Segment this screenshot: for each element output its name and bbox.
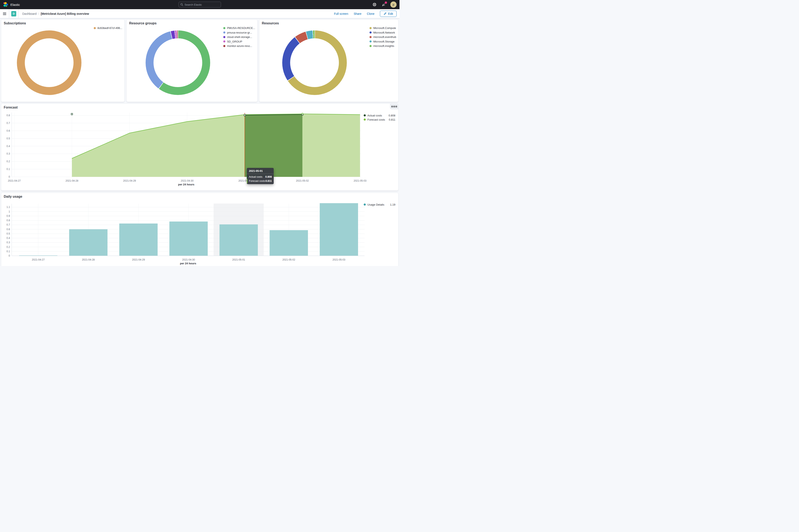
edit-button-label: Edit: [388, 12, 393, 15]
share-button[interactable]: Share: [354, 12, 361, 15]
legend-label: microsoft.insights: [373, 44, 394, 48]
legend-value: 0.811: [386, 118, 395, 121]
legend-item[interactable]: Forecast costs0.811: [364, 117, 395, 122]
brand-name: Elastic: [11, 3, 20, 6]
svg-text:2021-04-30: 2021-04-30: [182, 258, 195, 261]
legend-label: pmusa-resource-gr...: [227, 31, 252, 34]
daily-usage-bar-chart[interactable]: 00.10.20.30.40.50.60.70.80.911.12021-04-…: [1, 193, 398, 266]
legend-label: Microsoft.Storage: [373, 40, 395, 43]
notification-dot: [385, 1, 387, 4]
avatar-initial: p: [393, 3, 394, 6]
user-avatar[interactable]: p: [390, 1, 397, 8]
svg-text:0.4: 0.4: [6, 236, 10, 240]
clone-button[interactable]: Clone: [367, 12, 375, 15]
breadcrumb-dashboard[interactable]: Dashboard: [22, 12, 37, 15]
legend-label: Actual costs: [367, 114, 382, 117]
legend-item[interactable]: PMUSA-RESOURCE...: [223, 26, 255, 31]
legend-item[interactable]: SD_GROUP: [223, 39, 255, 44]
forecast-area-chart[interactable]: 00.10.20.30.40.50.60.70.82021-04-272021-…: [1, 104, 398, 191]
subscriptions-donut-chart[interactable]: [17, 31, 81, 95]
tooltip-series-label: Actual costs: [249, 175, 265, 178]
legend-item[interactable]: monitor-azure-reso...: [223, 44, 255, 48]
legend-dot-icon: [223, 40, 225, 42]
panel-title: Forecast: [4, 106, 18, 109]
legend-dot-icon: [223, 27, 225, 29]
dashboard-app-badge[interactable]: D: [11, 11, 16, 17]
svg-text:0.5: 0.5: [6, 137, 10, 140]
legend-label: Microsoft.Network: [373, 31, 395, 34]
help-button[interactable]: [372, 2, 377, 7]
legend-item[interactable]: microsoft.insights: [369, 44, 396, 48]
subscriptions-panel: Subscriptions 8c63bedf-67cf-496...: [1, 20, 125, 102]
resource-groups-legend: PMUSA-RESOURCE...pmusa-resource-gr...clo…: [223, 26, 255, 48]
svg-text:0.3: 0.3: [6, 241, 10, 244]
svg-text:0.7: 0.7: [6, 223, 10, 226]
svg-text:2021-04-30: 2021-04-30: [181, 179, 194, 182]
panel-options-button[interactable]: [390, 104, 398, 109]
legend-label: monitor-azure-reso...: [227, 44, 252, 48]
elastic-logo-icon: [3, 2, 8, 7]
donut-hole: [290, 38, 339, 87]
svg-text:0.6: 0.6: [6, 228, 10, 231]
svg-text:0: 0: [8, 175, 10, 178]
forecast-legend: Actual costs0.808Forecast costs0.811: [364, 113, 395, 122]
tooltip-row: Actual costs0.808: [247, 175, 274, 179]
svg-text:0.2: 0.2: [6, 246, 10, 248]
resources-legend: Microsoft.ComputeMicrosoft.Networkmicros…: [369, 26, 396, 48]
tooltip-date: 2021-05-01: [247, 168, 274, 174]
edit-button[interactable]: Edit: [380, 11, 397, 17]
panel-title: Subscriptions: [4, 21, 26, 25]
svg-text:2021-05-03: 2021-05-03: [332, 258, 345, 261]
resources-donut-chart[interactable]: [282, 31, 347, 95]
legend-item[interactable]: Actual costs0.808: [364, 113, 395, 117]
legend-label: Forecast costs: [367, 118, 385, 121]
subscriptions-legend: 8c63bedf-67cf-496...: [94, 26, 122, 31]
svg-text:0.9: 0.9: [6, 214, 10, 217]
legend-dot-icon: [364, 114, 366, 116]
svg-text:0.8: 0.8: [6, 114, 10, 117]
header-actions: p: [372, 1, 397, 8]
svg-text:0.3: 0.3: [6, 152, 10, 155]
brand[interactable]: Elastic: [3, 2, 20, 7]
dashboard-toolbar: D Dashboard / [Metricbeat Azure] Billing…: [0, 9, 400, 18]
svg-text:2021-04-29: 2021-04-29: [123, 179, 136, 182]
donut-hole: [25, 38, 74, 87]
tooltip-series-label: Forecast costs: [249, 179, 265, 183]
legend-item[interactable]: Microsoft.Network: [369, 31, 396, 35]
daily-usage-panel: Daily usage 00.10.20.30.40.50.60.70.80.9…: [1, 193, 398, 266]
nav-menu-button[interactable]: [0, 9, 9, 18]
legend-value: 1.19: [387, 203, 395, 206]
legend-item[interactable]: Microsoft.Compute: [369, 26, 396, 31]
legend-label: Usage Details: [367, 203, 384, 206]
svg-text:0.1: 0.1: [6, 250, 10, 253]
legend-item[interactable]: 8c63bedf-67cf-496...: [94, 26, 122, 31]
svg-text:2021-05-03: 2021-05-03: [354, 179, 367, 182]
svg-text:0.2: 0.2: [6, 160, 10, 163]
svg-text:per 24 hours: per 24 hours: [178, 183, 194, 186]
svg-text:1.1: 1.1: [6, 206, 10, 209]
svg-text:0.1: 0.1: [6, 168, 10, 171]
legend-item[interactable]: Usage Details1.19: [364, 203, 395, 207]
legend-dot-icon: [369, 40, 372, 42]
legend-dot-icon: [369, 32, 372, 34]
search-input[interactable]: [185, 3, 219, 6]
legend-dot-icon: [223, 36, 225, 38]
resource-groups-donut-chart[interactable]: [146, 31, 210, 95]
legend-dot-icon: [369, 45, 372, 47]
svg-text:2021-04-27: 2021-04-27: [8, 179, 21, 182]
svg-text:2021-04-28: 2021-04-28: [65, 179, 78, 182]
legend-item[interactable]: microsoft.eventhub: [369, 35, 396, 39]
svg-text:2021-05-01: 2021-05-01: [232, 258, 245, 261]
legend-label: Microsoft.Compute: [373, 26, 396, 30]
daily-usage-legend: Usage Details1.19: [364, 203, 395, 207]
full-screen-button[interactable]: Full screen: [334, 12, 348, 15]
toolbar-actions: Full screen Share Clone Edit: [334, 11, 400, 17]
svg-text:1: 1: [8, 210, 10, 213]
global-search-box[interactable]: [178, 2, 221, 7]
panel-title: Resource groups: [129, 21, 157, 25]
legend-item[interactable]: pmusa-resource-gr...: [223, 31, 255, 35]
pencil-icon: [383, 12, 386, 15]
legend-item[interactable]: cloud-shell-storage...: [223, 35, 255, 39]
newsfeed-button[interactable]: [381, 2, 386, 7]
legend-item[interactable]: Microsoft.Storage: [369, 39, 396, 44]
